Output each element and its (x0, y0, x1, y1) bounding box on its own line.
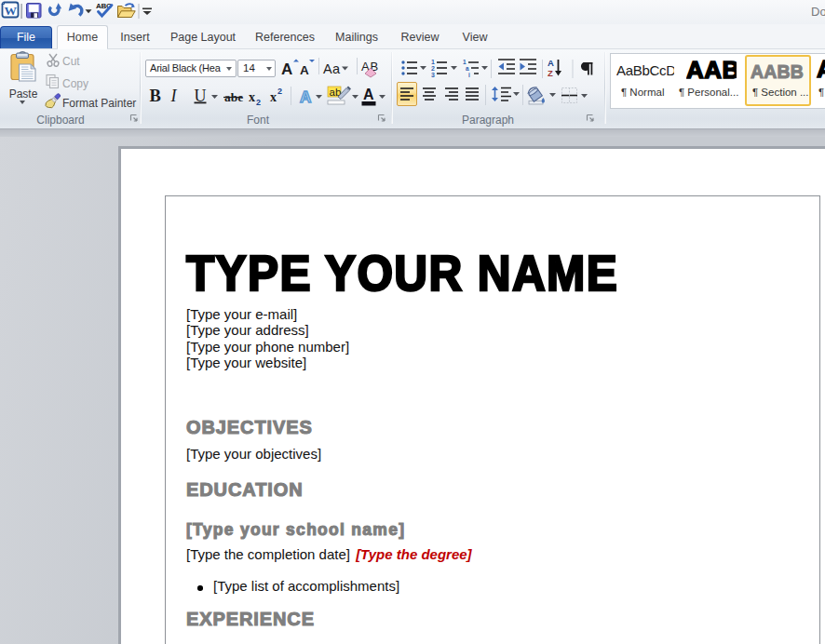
svg-text:3: 3 (431, 72, 435, 78)
svg-text:i: i (468, 72, 470, 78)
svg-text:I: I (170, 87, 178, 105)
svg-text:W: W (4, 4, 17, 18)
svg-text:U: U (195, 87, 207, 105)
svg-text:A: A (300, 63, 309, 77)
svg-text:Z: Z (548, 68, 553, 78)
svg-text:2: 2 (431, 65, 435, 72)
svg-text:2: 2 (277, 87, 282, 96)
svg-text:A: A (300, 88, 311, 106)
svg-text:1: 1 (431, 59, 435, 65)
svg-text:a: a (332, 61, 341, 76)
svg-text:B: B (150, 87, 161, 105)
svg-text:A: A (323, 61, 332, 76)
svg-text:1: 1 (463, 59, 467, 65)
svg-text:x: x (270, 90, 277, 104)
svg-text:A: A (548, 58, 554, 68)
svg-text:x: x (249, 90, 255, 104)
svg-text:A: A (363, 87, 374, 102)
svg-text:A: A (281, 60, 292, 78)
svg-text:a: a (466, 65, 469, 72)
svg-text:2: 2 (256, 98, 261, 107)
